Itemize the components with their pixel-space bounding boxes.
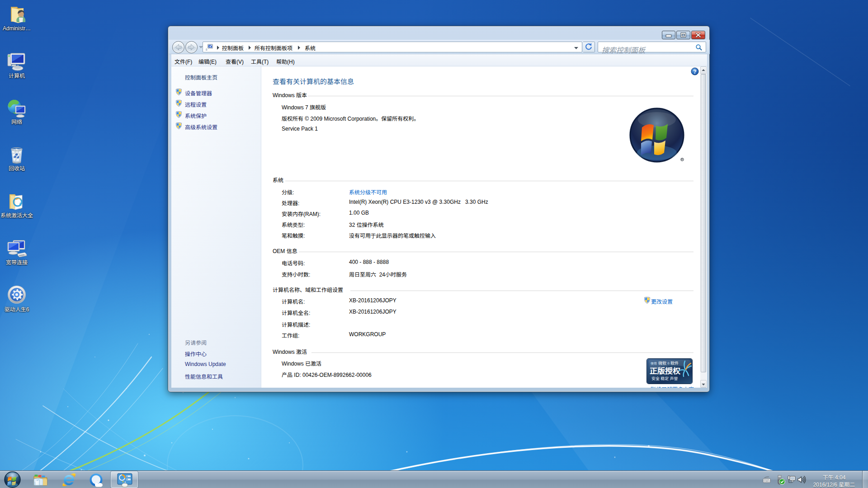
svg-text:?: ? xyxy=(693,69,696,75)
svg-text:安全 稳定 声誉: 安全 稳定 声誉 xyxy=(651,375,678,381)
svg-text:正版授权: 正版授权 xyxy=(650,365,681,376)
